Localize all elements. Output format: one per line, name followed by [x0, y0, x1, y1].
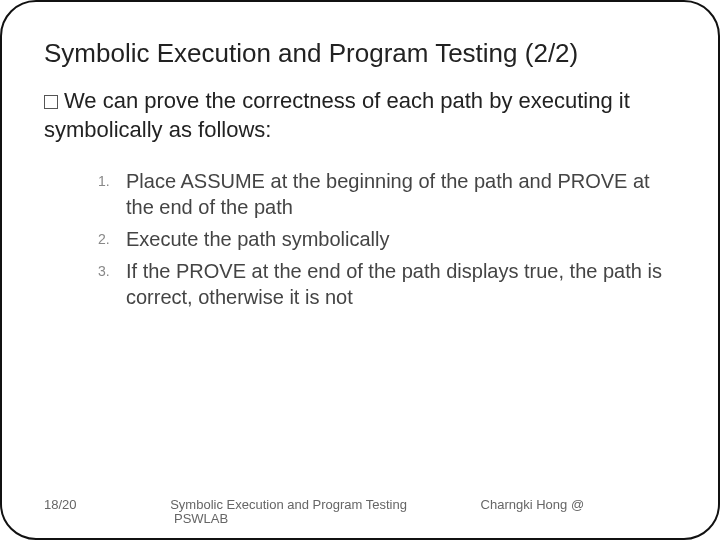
list-item: Execute the path symbolically: [98, 226, 666, 252]
lead-text: We can prove the correctness of each pat…: [44, 88, 630, 142]
list-item: Place ASSUME at the beginning of the pat…: [98, 168, 666, 220]
list-item: If the PROVE at the end of the path disp…: [98, 258, 666, 310]
footer-author: Charngki Hong @: [481, 497, 585, 512]
slide-title: Symbolic Execution and Program Testing (…: [44, 38, 676, 69]
slide-frame: Symbolic Execution and Program Testing (…: [0, 0, 720, 540]
page-number: 18/20: [44, 497, 77, 512]
slide-footer: 18/20 Symbolic Execution and Program Tes…: [44, 497, 676, 512]
footer-title: Symbolic Execution and Program Testing: [170, 497, 407, 512]
footer-lab: PSWLAB: [174, 511, 228, 526]
lead-paragraph: We can prove the correctness of each pat…: [44, 87, 676, 144]
steps-list: Place ASSUME at the beginning of the pat…: [98, 168, 666, 316]
square-bullet-icon: [44, 95, 58, 109]
